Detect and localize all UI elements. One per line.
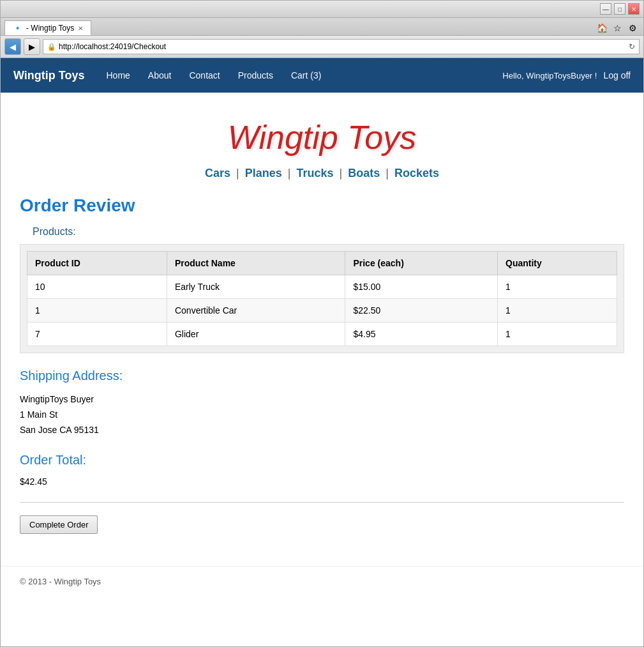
home-icon[interactable]: 🏠 (595, 21, 609, 35)
table-row: 7 Glider $4.95 1 (27, 323, 617, 346)
sep3: | (340, 167, 343, 179)
cell-product-id: 1 (27, 299, 167, 323)
navbar-right: Hello, WingtipToysBuyer ! Log off (502, 70, 631, 80)
table-row: 10 Early Truck $15.00 1 (27, 275, 617, 299)
greeting-text: Hello, WingtipToysBuyer ! (502, 71, 597, 80)
sep2: | (288, 167, 291, 179)
maximize-button[interactable]: □ (614, 3, 625, 15)
cell-product-name: Glider (167, 323, 345, 346)
logoff-link[interactable]: Log off (603, 70, 631, 80)
cell-product-name: Convertible Car (167, 299, 345, 323)
cell-product-id: 7 (27, 323, 167, 346)
browser-toolbar-icons: 🏠 ☆ ⚙ (595, 21, 640, 35)
cell-price: $22.50 (345, 299, 498, 323)
tab-title: - Wingtip Toys (26, 24, 74, 33)
divider (20, 502, 624, 503)
address-icon: 🔒 (47, 43, 56, 51)
category-links: Cars | Planes | Trucks | Boats | Rockets (20, 167, 624, 180)
category-rockets[interactable]: Rockets (394, 167, 439, 179)
category-boats[interactable]: Boats (348, 167, 380, 179)
browser-window: — □ ✕ 🔹 - Wingtip Toys ✕ 🏠 ☆ ⚙ ◀ ▶ 🔒 ↻ W… (0, 0, 644, 647)
footer-text: © 2013 - Wingtip Toys (20, 577, 101, 586)
page-body: Wingtip Toys Cars | Planes | Trucks | Bo… (1, 93, 643, 566)
table-row: 1 Convertible Car $22.50 1 (27, 299, 617, 323)
footer: © 2013 - Wingtip Toys (1, 566, 643, 597)
tab-icon: 🔹 (13, 24, 22, 33)
cell-quantity: 1 (498, 323, 617, 346)
browser-titlebar: — □ ✕ (1, 1, 643, 18)
order-review-title: Order Review (20, 195, 624, 216)
table-header-row: Product ID Product Name Price (each) Qua… (27, 252, 617, 275)
order-total-value: $42.45 (20, 476, 624, 487)
cell-price: $4.95 (345, 323, 498, 346)
col-price: Price (each) (345, 252, 498, 275)
col-product-name: Product Name (167, 252, 345, 275)
shipping-line2: San Jose CA 95131 (20, 423, 624, 438)
shipping-line1: 1 Main St (20, 407, 624, 423)
app-content: Wingtip Toys Home About Contact Products… (1, 58, 643, 646)
cell-quantity: 1 (498, 299, 617, 323)
sep1: | (236, 167, 239, 179)
shipping-address: WingtipToys Buyer 1 Main St San Jose CA … (20, 392, 624, 438)
refresh-icon[interactable]: ↻ (629, 42, 635, 51)
site-title: Wingtip Toys (20, 118, 624, 156)
col-product-id: Product ID (27, 252, 167, 275)
complete-order-button[interactable]: Complete Order (20, 515, 98, 534)
category-planes[interactable]: Planes (245, 167, 282, 179)
shipping-name: WingtipToys Buyer (20, 392, 624, 407)
tab-close-icon[interactable]: ✕ (78, 25, 83, 32)
minimize-button[interactable]: — (600, 3, 611, 15)
col-quantity: Quantity (498, 252, 617, 275)
sep4: | (386, 167, 389, 179)
browser-toolbar: ◀ ▶ 🔒 ↻ (1, 36, 643, 58)
tab-bar: 🔹 - Wingtip Toys ✕ 🏠 ☆ ⚙ (1, 18, 643, 36)
cell-product-name: Early Truck (167, 275, 345, 299)
navbar-links: Home About Contact Products Cart (3) (98, 58, 503, 93)
products-table: Product ID Product Name Price (each) Qua… (27, 251, 617, 346)
cell-quantity: 1 (498, 275, 617, 299)
nav-contact[interactable]: Contact (180, 58, 228, 93)
products-label: Products: (33, 226, 624, 238)
cell-price: $15.00 (345, 275, 498, 299)
category-cars[interactable]: Cars (205, 167, 230, 179)
nav-about[interactable]: About (139, 58, 181, 93)
nav-products[interactable]: Products (229, 58, 282, 93)
nav-home[interactable]: Home (98, 58, 139, 93)
browser-tab[interactable]: 🔹 - Wingtip Toys ✕ (4, 20, 91, 35)
nav-cart[interactable]: Cart (3) (282, 58, 330, 93)
forward-button[interactable]: ▶ (24, 38, 40, 55)
star-icon[interactable]: ☆ (610, 21, 624, 35)
products-table-wrap: Product ID Product Name Price (each) Qua… (20, 244, 624, 353)
address-input[interactable] (59, 42, 626, 51)
navbar: Wingtip Toys Home About Contact Products… (1, 58, 643, 93)
navbar-brand[interactable]: Wingtip Toys (13, 69, 85, 82)
back-button[interactable]: ◀ (4, 38, 21, 55)
category-trucks[interactable]: Trucks (296, 167, 333, 179)
address-bar[interactable]: 🔒 ↻ (43, 39, 640, 54)
shipping-label: Shipping Address: (20, 369, 624, 383)
order-total-label: Order Total: (20, 453, 624, 468)
settings-icon[interactable]: ⚙ (625, 21, 640, 35)
close-button[interactable]: ✕ (628, 3, 640, 15)
cell-product-id: 10 (27, 275, 167, 299)
